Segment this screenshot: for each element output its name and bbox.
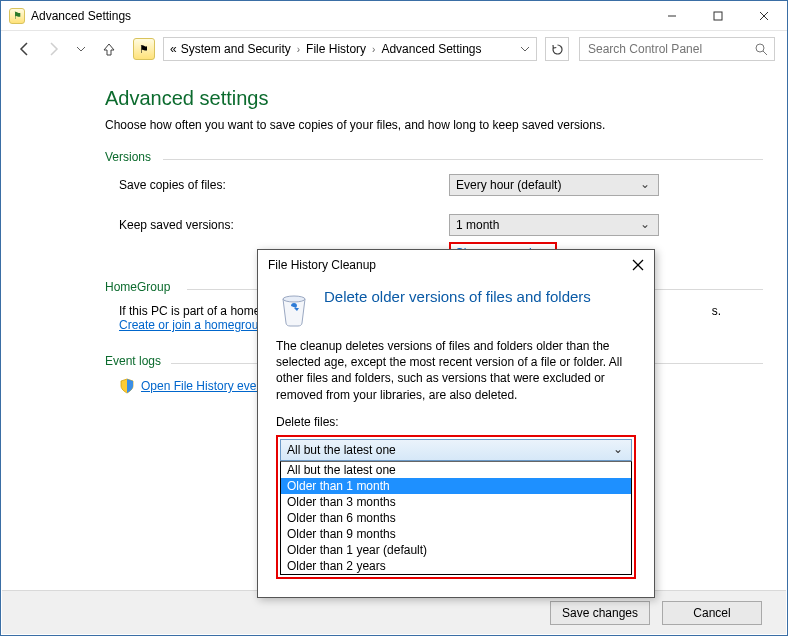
homegroup-link[interactable]: Create or join a homegrou [119,318,258,332]
address-icon: ⚑ [133,38,155,60]
breadcrumb-chev: « [170,42,177,56]
svg-line-5 [763,51,767,55]
up-arrow-icon [102,42,116,56]
keep-versions-select[interactable]: 1 month [449,214,659,236]
dialog-title: File History Cleanup [268,258,376,272]
delete-files-label: Delete files: [276,415,636,429]
dropdown-option[interactable]: Older than 1 year (default) [281,542,631,558]
homegroup-line: If this PC is part of a homeg [119,304,267,318]
control-panel-icon: ⚑ [9,8,25,24]
titlebar: ⚑ Advanced Settings [1,1,787,31]
forward-button[interactable] [41,37,65,61]
maximize-button[interactable] [695,1,741,31]
dropdown-option[interactable]: Older than 3 months [281,494,631,510]
maximize-icon [713,11,723,21]
chevron-down-icon [76,44,86,54]
cancel-label: Cancel [693,606,730,620]
page-title: Advanced settings [105,87,763,110]
dropdown-option[interactable]: Older than 1 month [281,478,631,494]
delete-files-value: All but the latest one [287,443,396,457]
homegroup-trailing: s. [712,304,721,318]
search-icon[interactable] [755,43,768,56]
save-changes-label: Save changes [562,606,638,620]
delete-files-dropdown[interactable]: All but the latest oneOlder than 1 month… [280,461,632,575]
delete-files-select[interactable]: All but the latest one [280,439,632,461]
svg-rect-1 [714,12,722,20]
breadcrumb-item-3[interactable]: Advanced Settings [381,42,481,56]
up-button[interactable] [97,37,121,61]
recycle-bin-icon [276,288,312,328]
breadcrumb-item-1[interactable]: System and Security [181,42,291,56]
close-icon [759,11,769,21]
window-controls [649,1,787,31]
dialog-body: Delete older versions of files and folde… [258,280,654,597]
chevron-down-icon[interactable] [520,44,530,54]
back-button[interactable] [13,37,37,61]
shield-icon [119,378,135,394]
group-versions-label: Versions [105,150,763,164]
dropdown-option[interactable]: Older than 2 years [281,558,631,574]
breadcrumb[interactable]: « System and Security › File History › A… [163,37,537,61]
dropdown-option[interactable]: Older than 6 months [281,510,631,526]
cleanup-dialog: File History Cleanup Delete older versio… [257,249,655,598]
breadcrumb-sep-2: › [370,44,377,55]
breadcrumb-item-2[interactable]: File History [306,42,366,56]
minimize-button[interactable] [649,1,695,31]
refresh-icon [551,43,564,56]
keep-versions-value: 1 month [456,218,499,232]
highlight-box-dropdown: All but the latest one All but the lates… [276,435,636,579]
dropdown-option[interactable]: All but the latest one [281,462,631,478]
forward-arrow-icon [45,41,61,57]
save-copies-label: Save copies of files: [119,178,449,192]
page-subtitle: Choose how often you want to save copies… [105,118,763,132]
save-copies-select[interactable]: Every hour (default) [449,174,659,196]
cancel-button[interactable]: Cancel [662,601,762,625]
save-changes-button[interactable]: Save changes [550,601,650,625]
breadcrumb-sep-1: › [295,44,302,55]
dialog-close-button[interactable] [632,257,644,274]
keep-versions-row: Keep saved versions: 1 month [119,214,763,236]
keep-versions-label: Keep saved versions: [119,218,449,232]
search-input[interactable] [586,41,755,57]
search-box[interactable] [579,37,775,61]
eventlog-link[interactable]: Open File History event [141,379,266,393]
close-icon [632,259,644,271]
dropdown-option[interactable]: Older than 9 months [281,526,631,542]
dialog-heading: Delete older versions of files and folde… [324,288,591,305]
save-copies-row: Save copies of files: Every hour (defaul… [119,174,763,196]
dialog-description: The cleanup deletes versions of files an… [276,338,636,403]
minimize-icon [667,11,677,21]
svg-point-4 [756,44,764,52]
window-title: Advanced Settings [31,9,131,23]
nav-toolbar: ⚑ « System and Security › File History ›… [1,31,787,67]
svg-point-8 [283,296,305,302]
dialog-titlebar: File History Cleanup [258,250,654,280]
refresh-button[interactable] [545,37,569,61]
back-arrow-icon [17,41,33,57]
dialog-head-row: Delete older versions of files and folde… [276,288,636,328]
close-button[interactable] [741,1,787,31]
control-panel-window: ⚑ Advanced Settings ⚑ « [0,0,788,636]
recent-dropdown[interactable] [69,37,93,61]
save-copies-value: Every hour (default) [456,178,561,192]
